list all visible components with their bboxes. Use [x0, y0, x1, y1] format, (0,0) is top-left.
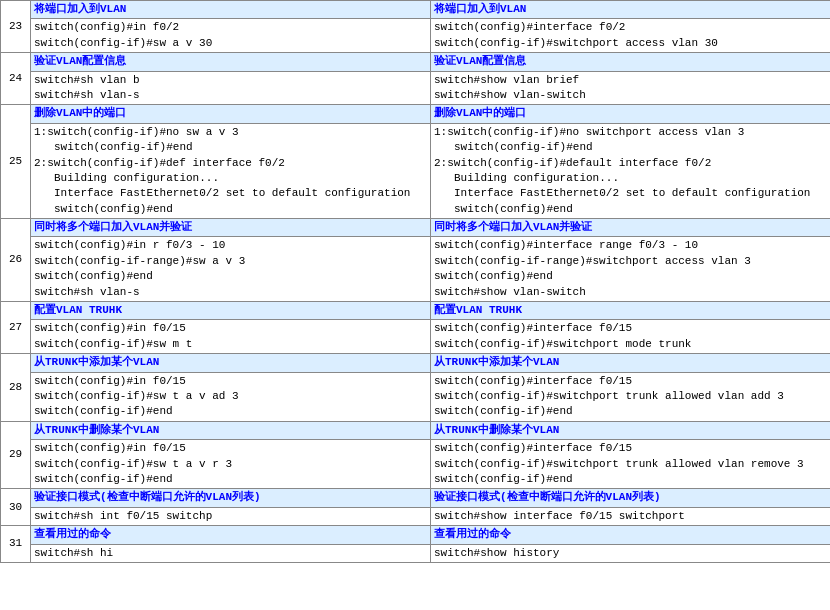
left-code-26: switch(config)#in r f0/3 - 10switch(conf…: [31, 237, 431, 302]
left-code-25: 1:switch(config-if)#no sw a v 3switch(co…: [31, 123, 431, 218]
left-code-31: switch#sh hi: [31, 544, 431, 562]
main-table: 23将端口加入到VLAN将端口加入到VLANswitch(config)#in …: [0, 0, 830, 563]
right-title-30: 验证接口模式(检查中断端口允许的VLAN列表): [431, 489, 831, 507]
left-title-31: 查看用过的命令: [31, 526, 431, 544]
left-title-29: 从TRUNK中删除某个VLAN: [31, 421, 431, 439]
right-code-31: switch#show history: [431, 544, 831, 562]
left-code-29: switch(config)#in f0/15switch(config-if)…: [31, 440, 431, 489]
right-code-26: switch(config)#interface range f0/3 - 10…: [431, 237, 831, 302]
right-code-30: switch#show interface f0/15 switchport: [431, 507, 831, 525]
right-title-31: 查看用过的命令: [431, 526, 831, 544]
right-code-25: 1:switch(config-if)#no switchport access…: [431, 123, 831, 218]
row-number-29: 29: [1, 421, 31, 489]
left-title-25: 删除VLAN中的端口: [31, 105, 431, 123]
left-code-24: switch#sh vlan bswitch#sh vlan-s: [31, 71, 431, 105]
row-number-26: 26: [1, 219, 31, 302]
right-code-29: switch(config)#interface f0/15switch(con…: [431, 440, 831, 489]
right-code-28: switch(config)#interface f0/15switch(con…: [431, 372, 831, 421]
left-title-24: 验证VLAN配置信息: [31, 53, 431, 71]
right-title-27: 配置VLAN TRUHK: [431, 302, 831, 320]
left-title-26: 同时将多个端口加入VLAN并验证: [31, 219, 431, 237]
left-code-23: switch(config)#in f0/2switch(config-if)#…: [31, 19, 431, 53]
right-code-23: switch(config)#interface f0/2switch(conf…: [431, 19, 831, 53]
right-code-27: switch(config)#interface f0/15switch(con…: [431, 320, 831, 354]
left-title-30: 验证接口模式(检查中断端口允许的VLAN列表): [31, 489, 431, 507]
left-title-27: 配置VLAN TRUHK: [31, 302, 431, 320]
row-number-24: 24: [1, 53, 31, 105]
left-code-28: switch(config)#in f0/15switch(config-if)…: [31, 372, 431, 421]
right-title-24: 验证VLAN配置信息: [431, 53, 831, 71]
right-title-29: 从TRUNK中删除某个VLAN: [431, 421, 831, 439]
right-title-25: 删除VLAN中的端口: [431, 105, 831, 123]
right-code-24: switch#show vlan briefswitch#show vlan-s…: [431, 71, 831, 105]
row-number-28: 28: [1, 354, 31, 422]
right-title-28: 从TRUNK中添加某个VLAN: [431, 354, 831, 372]
row-number-25: 25: [1, 105, 31, 219]
left-code-30: switch#sh int f0/15 switchp: [31, 507, 431, 525]
left-title-23: 将端口加入到VLAN: [31, 1, 431, 19]
row-number-31: 31: [1, 526, 31, 563]
right-title-23: 将端口加入到VLAN: [431, 1, 831, 19]
row-number-30: 30: [1, 489, 31, 526]
left-title-28: 从TRUNK中添加某个VLAN: [31, 354, 431, 372]
left-code-27: switch(config)#in f0/15switch(config-if)…: [31, 320, 431, 354]
row-number-23: 23: [1, 1, 31, 53]
right-title-26: 同时将多个端口加入VLAN并验证: [431, 219, 831, 237]
row-number-27: 27: [1, 302, 31, 354]
